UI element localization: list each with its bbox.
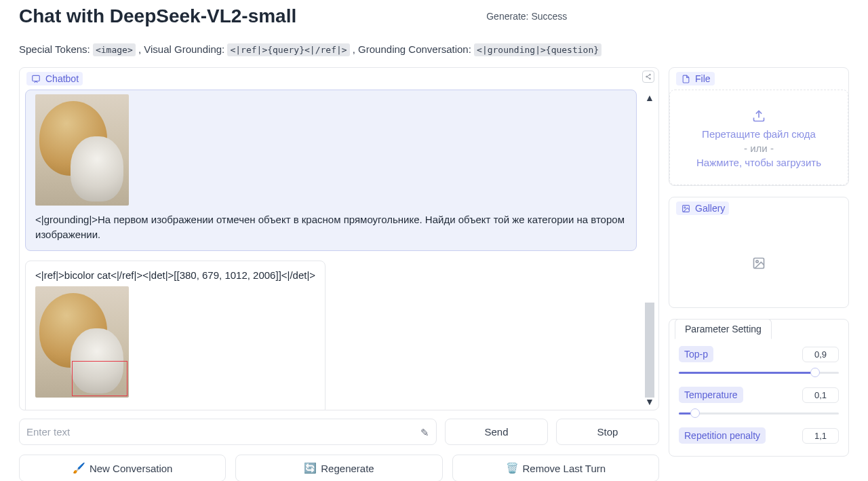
param-row-repetition-penalty: Repetition penalty1,1 [679, 427, 839, 444]
svg-point-2 [646, 76, 648, 77]
share-button[interactable] [642, 71, 654, 83]
gallery-panel-label: Gallery [695, 203, 725, 214]
user-message: <|grounding|>На первом изображении отмеч… [25, 90, 637, 251]
special-tokens-line: Special Tokens: <image> , Visual Groundi… [19, 43, 849, 55]
stop-button[interactable]: Stop [556, 419, 659, 445]
chatbot-panel: Chatbot <|grounding|>На первом изображен… [19, 67, 659, 410]
param-value[interactable]: 0,9 [802, 347, 839, 362]
file-panel: File Перетащите файл сюда - или - Нажмит… [669, 67, 849, 186]
slider-handle[interactable] [810, 368, 820, 377]
dropzone-or: - или - [677, 142, 841, 154]
gallery-icon [680, 203, 691, 214]
parameter-tab[interactable]: Parameter Setting [675, 319, 772, 339]
chat-icon [31, 73, 41, 84]
file-icon [680, 73, 691, 84]
brush-icon: 🖌️ [73, 462, 85, 474]
dropzone-click: Нажмите, чтобы загрузить [677, 157, 841, 168]
user-image [35, 94, 129, 206]
file-drop-zone[interactable]: Перетащите файл сюда - или - Нажмите, чт… [669, 90, 848, 185]
param-label: Temperature [679, 387, 743, 403]
gallery-panel: Gallery [669, 197, 849, 308]
trash-icon: 🗑️ [506, 462, 519, 474]
chatbot-panel-label: Chatbot [45, 73, 79, 84]
param-slider[interactable] [679, 408, 839, 418]
param-row-top-p: Top-p0,9 [679, 346, 839, 377]
remove-last-turn-button[interactable]: 🗑️ Remove Last Turn [452, 455, 659, 481]
slider-handle[interactable] [690, 408, 700, 418]
chat-text-input[interactable]: Enter text ✎ [19, 419, 437, 445]
svg-point-6 [684, 206, 685, 208]
visual-grounding-label: , Visual Grounding: [138, 43, 227, 55]
chat-scroll-area[interactable]: <|grounding|>На первом изображении отмеч… [20, 90, 641, 410]
svg-rect-0 [33, 75, 40, 81]
refresh-icon: 🔄 [304, 462, 317, 474]
param-label: Top-p [679, 346, 713, 362]
param-value[interactable]: 1,1 [802, 428, 839, 444]
upload-icon [677, 109, 841, 123]
new-conversation-button[interactable]: 🖌️ New Conversation [19, 455, 226, 481]
grounding-conv-label: , Grounding Conversation: [353, 43, 474, 55]
svg-point-3 [650, 78, 651, 79]
param-slider[interactable] [679, 368, 839, 377]
param-value[interactable]: 0,1 [802, 387, 839, 403]
dropzone-text: Перетащите файл сюда [677, 128, 841, 140]
ref-token-code: <|ref|>{query}<|/ref|> [227, 43, 349, 56]
regenerate-button[interactable]: 🔄 Regenerate [235, 455, 442, 481]
grounding-token-code: <|grounding|>{question} [474, 43, 601, 56]
image-token-code: <image> [93, 43, 136, 56]
chat-text-placeholder: Enter text [26, 426, 70, 438]
svg-point-8 [756, 261, 758, 263]
page-title: Chat with DeepSeek-VL2-small [19, 5, 296, 27]
param-label: Repetition penalty [679, 427, 766, 444]
generate-status: Generate: Success [486, 11, 567, 22]
bot-message-text: <|ref|>bicolor cat<|/ref|><|det|>[[380, … [35, 268, 315, 283]
send-button[interactable]: Send [445, 419, 548, 445]
svg-point-1 [650, 74, 651, 75]
bot-message: <|ref|>bicolor cat<|/ref|><|det|>[[380, … [25, 261, 326, 410]
special-tokens-label: Special Tokens: [19, 43, 93, 55]
parameter-panel: Parameter Setting Top-p0,9Temperature0,1… [669, 319, 849, 457]
file-panel-label: File [695, 73, 711, 84]
image-placeholder-icon [752, 256, 766, 270]
scrollbar-thumb[interactable] [645, 303, 654, 398]
user-message-text: <|grounding|>На первом изображении отмеч… [35, 212, 627, 242]
detection-box [72, 361, 127, 396]
param-row-temperature: Temperature0,1 [679, 387, 839, 418]
bot-image [35, 286, 129, 398]
scroll-up-button[interactable]: ▲ [645, 90, 654, 106]
edit-icon: ✎ [420, 427, 429, 439]
gallery-body[interactable] [669, 219, 848, 307]
scrollbar-track[interactable] [645, 106, 654, 393]
